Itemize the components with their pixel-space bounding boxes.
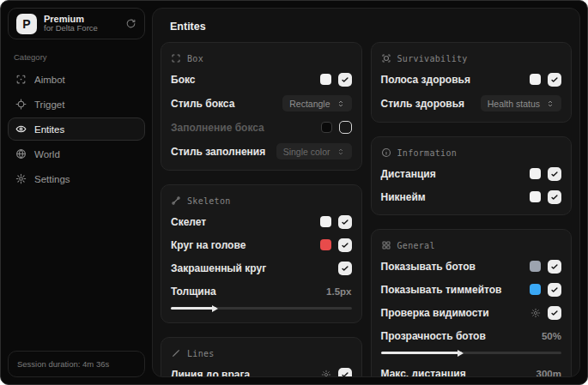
brand-logo: P — [16, 14, 37, 34]
slider-fill — [171, 307, 216, 310]
aimbot-icon — [15, 74, 27, 85]
setting-row-box-fill: Заполнение бокса — [171, 120, 352, 135]
checkbox-checked[interactable] — [338, 238, 352, 252]
checkbox-checked[interactable] — [338, 368, 352, 378]
chevron-updown-icon — [336, 99, 345, 108]
general-card: General Показывать ботов Показывать тимм… — [371, 229, 573, 377]
sidebar-item-aimbot[interactable]: Aimbot — [8, 68, 145, 91]
survivability-icon — [381, 53, 391, 63]
section-title: Skeleton — [187, 196, 231, 206]
color-swatch[interactable] — [320, 74, 331, 85]
setting-label: Стиль здоровья — [381, 98, 465, 110]
skeleton-card-header: Skeleton — [171, 196, 352, 206]
setting-label: Макс. дистанция — [381, 368, 466, 378]
color-swatch[interactable] — [530, 168, 541, 179]
setting-label: Скелет — [171, 216, 206, 228]
setting-row-head-circle: Круг на голове — [171, 238, 352, 252]
sidebar-item-label: World — [34, 149, 60, 159]
setting-label: Стиль заполнения — [171, 146, 265, 158]
trigger-icon — [15, 99, 27, 110]
setting-row-box-enabled: Бокс — [171, 72, 352, 87]
setting-label: Линия до врага — [171, 369, 250, 378]
information-card: Information Дистанция Никнейм — [371, 136, 573, 215]
checkbox-checked[interactable] — [548, 306, 561, 320]
setting-row-nickname: Никнейм — [381, 189, 562, 204]
section-title: Lines — [187, 349, 215, 358]
sidebar-item-settings[interactable]: Settings — [8, 167, 145, 190]
setting-row-distance: Дистанция — [381, 166, 562, 181]
chevron-updown-icon — [546, 99, 555, 108]
color-swatch[interactable] — [320, 239, 331, 250]
setting-row-line-to-enemy: Линия до врага — [171, 367, 352, 377]
main-panel: Entites Box Бокс — [152, 8, 580, 377]
category-label: Category — [14, 52, 139, 62]
setting-label: Никнейм — [381, 191, 426, 203]
survivability-card: Survivability Полоса здоровья Стиль здор… — [371, 42, 573, 123]
sidebar-item-entites[interactable]: Entites — [8, 117, 145, 141]
gear-icon — [15, 173, 27, 184]
checkbox-checked[interactable] — [548, 283, 561, 297]
setting-label: Заполнение бокса — [171, 122, 264, 134]
section-title: Information — [397, 148, 458, 158]
health-style-dropdown[interactable]: Health status — [481, 95, 561, 111]
section-title: Box — [187, 54, 203, 63]
general-card-header: General — [381, 240, 562, 250]
slider-value: 50% — [542, 331, 561, 341]
setting-label: Закрашенный круг — [171, 262, 266, 274]
checkbox-checked[interactable] — [338, 73, 352, 87]
entities-icon — [15, 123, 27, 135]
slider-value: 1.5px — [326, 286, 351, 297]
sidebar: P Premium for Delta Force Category Aimbo… — [1, 1, 152, 384]
checkbox-checked[interactable] — [338, 262, 352, 275]
sidebar-item-label: Settings — [34, 174, 70, 184]
session-duration-text: Session duration: 4m 36s — [17, 359, 109, 369]
lines-card: Lines Линия до врага — [161, 337, 362, 377]
checkbox-checked[interactable] — [548, 260, 561, 274]
checkbox-checked[interactable] — [338, 215, 352, 229]
color-swatch[interactable] — [320, 216, 331, 227]
box-style-dropdown[interactable]: Rectangle — [282, 95, 351, 111]
chevron-updown-icon — [336, 147, 345, 156]
setting-label: Круг на голове — [171, 239, 246, 251]
setting-label: Полоса здоровья — [381, 74, 470, 86]
setting-label: Показывать тиммейтов — [381, 284, 502, 296]
checkbox-unchecked[interactable] — [339, 121, 352, 134]
box-card: Box Бокс Стиль бокса — [161, 42, 362, 171]
sidebar-item-world[interactable]: World — [8, 142, 145, 165]
dropdown-value: Rectangle — [289, 99, 330, 109]
color-swatch[interactable] — [321, 122, 332, 133]
setting-row-show-teammates: Показывать тиммейтов — [381, 282, 562, 297]
setting-label: Бокс — [171, 74, 195, 86]
setting-row-visibility-check: Проверка видимости — [381, 305, 562, 320]
setting-row-filled-circle: Закрашенный круг — [171, 261, 352, 275]
information-icon — [381, 147, 391, 158]
setting-label: Дистанция — [381, 168, 436, 180]
color-swatch[interactable] — [530, 191, 541, 202]
survivability-card-header: Survivability — [381, 53, 562, 63]
gear-icon[interactable] — [321, 370, 331, 378]
color-swatch[interactable] — [530, 74, 541, 85]
general-icon — [381, 240, 391, 250]
thickness-slider[interactable] — [171, 307, 352, 310]
checkbox-checked[interactable] — [548, 167, 561, 181]
setting-label: Толщина — [171, 286, 216, 298]
session-duration: Session duration: 4m 36s — [8, 351, 145, 377]
sidebar-item-label: Entites — [34, 124, 64, 135]
checkbox-checked[interactable] — [548, 73, 561, 87]
setting-row-bot-opacity: Прозрачность ботов 50% — [381, 328, 562, 343]
gear-icon[interactable] — [530, 308, 541, 318]
color-swatch[interactable] — [530, 284, 541, 295]
sidebar-item-trigget[interactable]: Trigget — [8, 93, 145, 116]
information-card-header: Information — [381, 147, 562, 158]
bot-opacity-slider[interactable] — [381, 352, 562, 354]
color-swatch[interactable] — [530, 261, 541, 272]
setting-row-health-style: Стиль здоровья Health status — [381, 95, 562, 111]
setting-label: Прозрачность ботов — [381, 330, 486, 342]
fill-style-dropdown[interactable]: Single color — [276, 143, 352, 159]
setting-row-thickness: Толщина 1.5px — [171, 284, 352, 298]
box-icon — [171, 53, 181, 63]
sync-icon[interactable] — [125, 18, 136, 29]
checkbox-checked[interactable] — [548, 190, 561, 204]
setting-row-show-bots: Показывать ботов — [381, 259, 562, 274]
right-column: Survivability Полоса здоровья Стиль здор… — [371, 42, 573, 377]
